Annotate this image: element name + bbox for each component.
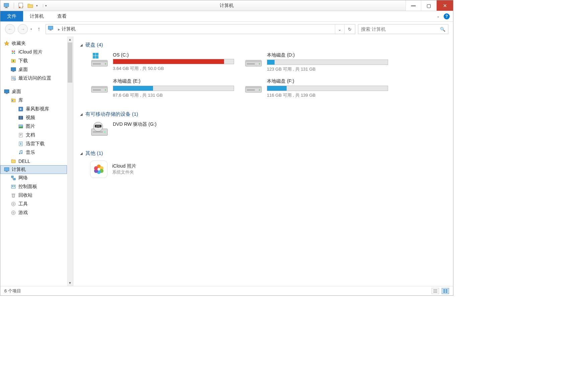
- new-folder-icon[interactable]: [27, 2, 34, 9]
- svg-rect-36: [12, 194, 15, 194]
- qat-customize-icon[interactable]: ▾: [43, 4, 46, 7]
- video-library-icon: [18, 106, 24, 112]
- ribbon-tab-view[interactable]: 查看: [51, 11, 73, 21]
- maximize-button[interactable]: ▢: [421, 0, 436, 11]
- ribbon-tab-computer[interactable]: 计算机: [23, 11, 51, 21]
- status-bar: 6 个项目: [0, 286, 453, 295]
- drives-grid: OS (C:) 3.64 GB 可用 , 共 50.0 GB 本地磁盘 (D:)…: [90, 52, 446, 104]
- sidebar-item-games[interactable]: 游戏: [0, 208, 73, 217]
- video-icon: [18, 115, 24, 121]
- sidebar-item-recycle[interactable]: 回收站: [0, 191, 73, 200]
- sidebar-item-computer[interactable]: 计算机: [0, 165, 67, 174]
- sidebar-item-downloads[interactable]: 下载: [0, 57, 73, 65]
- svg-point-38: [13, 204, 14, 205]
- svg-rect-50: [245, 60, 262, 62]
- hard-drive-icon: [244, 78, 263, 94]
- refresh-button[interactable]: ↻: [344, 24, 355, 34]
- svg-point-40: [13, 212, 14, 213]
- other-item-sub: 系统文件夹: [112, 169, 136, 175]
- sidebar-item-icloud-photos[interactable]: iCloud 照片: [0, 48, 73, 57]
- group-header-drives[interactable]: ◢ 硬盘 (4): [80, 42, 446, 48]
- drive-item[interactable]: OS (C:) 3.64 GB 可用 , 共 50.0 GB: [90, 52, 234, 72]
- svg-text:DVD: DVD: [96, 125, 100, 127]
- sidebar-item-recent[interactable]: 最近访问的位置: [0, 74, 73, 83]
- sidebar-item-label: 网络: [18, 175, 28, 181]
- drive-item[interactable]: 本地磁盘 (F:) 116 GB 可用 , 共 139 GB: [244, 78, 388, 98]
- minimize-button[interactable]: —: [406, 0, 421, 11]
- drive-usage-bar: [113, 59, 234, 64]
- svg-rect-22: [22, 116, 23, 119]
- scroll-up-icon[interactable]: ▲: [67, 36, 73, 42]
- sidebar-item-music[interactable]: 音乐: [0, 148, 73, 157]
- history-dropdown-icon[interactable]: ▾: [30, 27, 32, 31]
- svg-rect-31: [11, 176, 13, 178]
- group-header-label: 硬盘 (4): [85, 42, 103, 48]
- svg-rect-6: [50, 30, 52, 30]
- documents-icon: [18, 132, 24, 138]
- address-bar[interactable]: ▸ 计算机 ⌄ ↻: [46, 24, 355, 34]
- svg-point-74: [97, 168, 100, 171]
- svg-rect-34: [12, 186, 13, 187]
- svg-rect-0: [4, 3, 9, 7]
- view-tiles-button[interactable]: [442, 288, 449, 294]
- sidebar-item-baofeng[interactable]: 暴风影视库: [0, 105, 73, 113]
- drive-item[interactable]: 本地磁盘 (E:) 87.6 GB 可用 , 共 131 GB: [90, 78, 234, 98]
- computer-icon[interactable]: [3, 2, 10, 9]
- svg-point-55: [105, 89, 106, 91]
- sidebar-item-videos[interactable]: 视频: [0, 113, 73, 122]
- drive-item[interactable]: 本地磁盘 (D:) 123 GB 可用 , 共 131 GB: [244, 52, 388, 72]
- sidebar-item-label: DELL: [18, 159, 30, 164]
- drive-stats: 123 GB 可用 , 共 131 GB: [267, 66, 388, 72]
- arrow-right-icon: →: [20, 26, 25, 32]
- sidebar-item-label: 桌面: [18, 67, 28, 73]
- folder-icon: [10, 158, 16, 164]
- address-dropdown-icon[interactable]: ⌄: [335, 24, 344, 34]
- svg-rect-13: [12, 71, 14, 72]
- drive-item-dvd[interactable]: DVD DVD RW 驱动器 (G:): [90, 121, 234, 137]
- sidebar-item-documents[interactable]: 文档: [0, 131, 73, 139]
- svg-rect-43: [93, 56, 95, 59]
- qat-dropdown-icon[interactable]: ▾: [36, 4, 40, 7]
- sidebar-item-network[interactable]: 网络: [0, 174, 73, 182]
- group-header-other[interactable]: ◢ 其他 (1): [80, 150, 446, 157]
- other-item-icloud[interactable]: iCloud 照片 系统文件夹: [90, 161, 446, 178]
- drive-usage-bar: [267, 60, 388, 65]
- ribbon-expand-icon[interactable]: ⌄: [437, 14, 440, 18]
- svg-point-51: [259, 63, 260, 65]
- svg-rect-41: [93, 53, 95, 56]
- sidebar-item-dell[interactable]: DELL: [0, 157, 73, 166]
- pictures-icon: [18, 123, 24, 129]
- photos-icon: [10, 49, 16, 55]
- breadcrumb-location[interactable]: 计算机: [62, 26, 76, 32]
- scroll-thumb[interactable]: [68, 42, 72, 83]
- svg-point-8: [12, 51, 13, 52]
- svg-rect-16: [4, 90, 9, 93]
- scrollbar[interactable]: ▲ ▼: [67, 36, 73, 286]
- sidebar-item-pictures[interactable]: 图片: [0, 122, 73, 131]
- up-button[interactable]: ↑: [35, 25, 43, 33]
- sidebar-item-favorites[interactable]: 收藏夹: [0, 39, 73, 48]
- search-input[interactable]: [361, 26, 440, 32]
- close-button[interactable]: ✕: [436, 0, 453, 11]
- scroll-down-icon[interactable]: ▼: [67, 280, 73, 286]
- group-header-removable[interactable]: ◢ 有可移动存储的设备 (1): [80, 111, 446, 117]
- sidebar-item-library[interactable]: 库: [0, 96, 73, 105]
- separator: [14, 3, 14, 9]
- sidebar-item-desktop-root[interactable]: 桌面: [0, 87, 73, 96]
- svg-rect-30: [6, 171, 8, 172]
- search-box[interactable]: 🔍: [358, 24, 448, 34]
- back-button[interactable]: ←: [5, 24, 15, 34]
- sidebar-item-desktop[interactable]: 桌面: [0, 65, 73, 74]
- sidebar-item-tools[interactable]: 工具: [0, 200, 73, 208]
- control-panel-icon: [10, 184, 16, 190]
- properties-icon[interactable]: [17, 2, 25, 9]
- drive-stats: 87.6 GB 可用 , 共 131 GB: [113, 92, 234, 98]
- sidebar-item-label: 暴风影视库: [26, 106, 49, 112]
- download-lib-icon: [18, 141, 24, 147]
- view-details-button[interactable]: [432, 288, 439, 294]
- ribbon-tab-file[interactable]: 文件: [0, 11, 23, 21]
- sidebar-item-xunlei[interactable]: 迅雷下载: [0, 139, 73, 148]
- help-icon[interactable]: ?: [444, 13, 450, 19]
- sidebar-item-control-panel[interactable]: 控制面板: [0, 182, 73, 191]
- forward-button[interactable]: →: [18, 24, 28, 34]
